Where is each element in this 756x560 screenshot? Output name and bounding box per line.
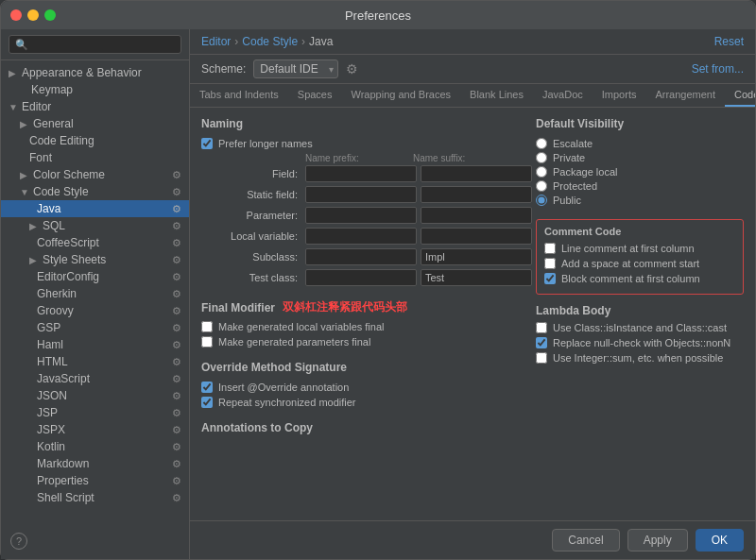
sidebar-item-coffeescript[interactable]: CoffeeScript ⚙	[1, 234, 189, 251]
parameter-inputs	[305, 207, 532, 224]
sidebar-item-shellscript[interactable]: Shell Script ⚙	[1, 489, 189, 506]
sidebar-item-jspx[interactable]: JSPX ⚙	[1, 421, 189, 438]
static-field-prefix-input[interactable]	[305, 186, 417, 203]
block-comment-first-col-label: Block comment at first column	[561, 273, 700, 284]
prefer-longer-names-checkbox[interactable]	[201, 138, 213, 149]
sidebar-item-font[interactable]: Font	[1, 149, 189, 166]
reset-button[interactable]: Reset	[714, 35, 744, 48]
use-class-isinstance-checkbox[interactable]	[536, 322, 547, 333]
visibility-public-radio[interactable]	[536, 195, 547, 206]
repeat-synchronized-label: Repeat synchronized modifier	[218, 397, 356, 408]
sidebar-item-gsp[interactable]: GSP ⚙	[1, 319, 189, 336]
close-button[interactable]	[10, 9, 22, 21]
comment-code-section: Comment Code Line comment at first colum…	[536, 219, 744, 295]
sidebar-item-color-scheme[interactable]: ▶ Color Scheme ⚙	[1, 166, 189, 183]
static-field-suffix-input[interactable]	[421, 186, 532, 203]
breadcrumb-code-style[interactable]: Code Style	[242, 35, 298, 48]
gear-icon: ⚙	[172, 288, 181, 300]
field-suffix-input[interactable]	[421, 165, 532, 182]
sidebar-item-sql[interactable]: ▶ SQL ⚙	[1, 217, 189, 234]
local-var-suffix-input[interactable]	[421, 228, 532, 245]
sidebar-item-javascript[interactable]: JavaScript ⚙	[1, 370, 189, 387]
preferences-dialog: Preferences ▶ Appearance & Behavior Keym…	[0, 0, 756, 560]
maximize-button[interactable]	[44, 9, 56, 21]
test-class-suffix-input[interactable]	[421, 269, 532, 286]
breadcrumb-editor[interactable]: Editor	[201, 35, 231, 48]
sidebar-item-general[interactable]: ▶ General	[1, 115, 189, 132]
line-comment-first-col-checkbox[interactable]	[544, 243, 556, 254]
local-var-prefix-input[interactable]	[305, 228, 417, 245]
scheme-select[interactable]: Default IDE	[253, 59, 338, 78]
bottom-bar: Cancel Apply OK	[190, 520, 755, 559]
sidebar-item-keymap[interactable]: Keymap	[1, 81, 189, 98]
minimize-button[interactable]	[27, 9, 39, 21]
use-integer-sum-checkbox[interactable]	[536, 352, 547, 364]
sidebar-item-haml[interactable]: Haml ⚙	[1, 336, 189, 353]
replace-null-check-checkbox[interactable]	[536, 337, 547, 348]
sidebar-item-java[interactable]: Java ⚙	[1, 200, 189, 217]
naming-parameter-row: Parameter:	[201, 207, 517, 224]
replace-null-check-label: Replace null-check with Objects::nonN	[553, 337, 730, 348]
tab-spaces[interactable]: Spaces	[288, 84, 342, 107]
parameter-suffix-input[interactable]	[421, 207, 532, 224]
apply-button[interactable]: Apply	[627, 529, 688, 552]
set-from-link[interactable]: Set from...	[692, 62, 744, 76]
tab-blank-lines[interactable]: Blank Lines	[460, 84, 533, 107]
sidebar-search-input[interactable]	[9, 35, 181, 54]
local-var-label: Local variable:	[201, 230, 305, 242]
arrow-icon: ▶	[20, 119, 29, 129]
sidebar-item-code-style[interactable]: ▼ Code Style ⚙	[1, 183, 189, 200]
cancel-button[interactable]: Cancel	[552, 529, 619, 552]
subclass-suffix-input[interactable]	[421, 248, 532, 265]
sidebar-item-groovy[interactable]: Groovy ⚙	[1, 302, 189, 319]
make-params-final-checkbox[interactable]	[201, 336, 213, 348]
ok-button[interactable]: OK	[696, 529, 744, 552]
visibility-package-local-radio[interactable]	[536, 166, 547, 178]
subclass-prefix-input[interactable]	[305, 248, 417, 265]
sidebar-item-editorconfig[interactable]: EditorConfig ⚙	[1, 268, 189, 285]
sidebar-item-kotlin[interactable]: Kotlin ⚙	[1, 438, 189, 455]
sidebar-item-markdown[interactable]: Markdown ⚙	[1, 455, 189, 472]
tab-code-generation[interactable]: Code Generation	[725, 84, 755, 107]
add-space-row: Add a space at comment start	[544, 258, 735, 269]
tab-imports[interactable]: Imports	[593, 84, 646, 107]
help-button[interactable]: ?	[10, 533, 27, 550]
sidebar-item-jsp[interactable]: JSP ⚙	[1, 404, 189, 421]
sidebar-item-html[interactable]: HTML ⚙	[1, 353, 189, 370]
replace-null-check-row: Replace null-check with Objects::nonN	[536, 337, 744, 348]
test-class-prefix-input[interactable]	[305, 269, 417, 286]
use-class-isinstance-row: Use Class::isInstance and Class::cast	[536, 322, 744, 333]
visibility-protected-radio[interactable]	[536, 180, 547, 192]
sidebar-item-editor[interactable]: ▼ Editor	[1, 98, 189, 115]
sidebar-label-editorconfig: EditorConfig	[37, 270, 99, 283]
tab-arrangement[interactable]: Arrangement	[645, 84, 725, 107]
parameter-prefix-input[interactable]	[305, 207, 417, 224]
scheme-gear-icon[interactable]: ⚙	[346, 61, 358, 76]
visibility-public-row: Public	[536, 195, 744, 206]
sidebar-item-gherkin[interactable]: Gherkin ⚙	[1, 285, 189, 302]
tab-tabs-indents[interactable]: Tabs and Indents	[190, 84, 288, 107]
override-method-section: Override Method Signature Insert @Overri…	[201, 361, 517, 408]
subclass-inputs	[305, 248, 532, 265]
tab-wrapping[interactable]: Wrapping and Braces	[342, 84, 461, 107]
gear-icon: ⚙	[172, 203, 181, 215]
insert-override-checkbox[interactable]	[201, 382, 213, 393]
comment-code-title: Comment Code	[544, 226, 735, 237]
repeat-synchronized-checkbox[interactable]	[201, 397, 213, 408]
visibility-private-radio[interactable]	[536, 152, 547, 163]
visibility-escalate-radio[interactable]	[536, 138, 547, 149]
test-class-inputs	[305, 269, 532, 286]
line-comment-first-col-label: Line comment at first column	[561, 243, 695, 254]
sidebar-label-properties: Properties	[37, 474, 89, 487]
add-space-checkbox[interactable]	[544, 258, 556, 269]
sidebar-item-json[interactable]: JSON ⚙	[1, 387, 189, 404]
sidebar-item-properties[interactable]: Properties ⚙	[1, 472, 189, 489]
block-comment-first-col-row: Block comment at first column	[544, 273, 735, 284]
sidebar-item-stylesheets[interactable]: ▶ Style Sheets ⚙	[1, 251, 189, 268]
tab-javadoc[interactable]: JavaDoc	[533, 84, 593, 107]
make-local-final-checkbox[interactable]	[201, 321, 213, 332]
field-prefix-input[interactable]	[305, 165, 417, 182]
sidebar-item-appearance[interactable]: ▶ Appearance & Behavior	[1, 64, 189, 81]
sidebar-item-code-editing[interactable]: Code Editing	[1, 132, 189, 149]
block-comment-first-col-checkbox[interactable]	[544, 273, 556, 284]
